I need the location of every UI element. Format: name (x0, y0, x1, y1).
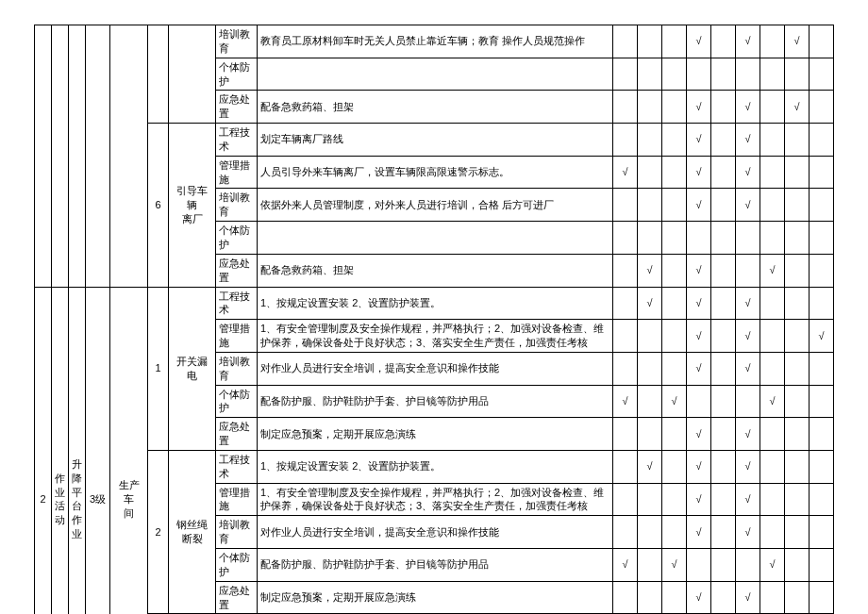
location: 生产 车间 (110, 287, 148, 614)
activity: 作业活动 (52, 287, 69, 614)
sub-name: 引导车 辆离厂 (169, 124, 216, 287)
sub-idx: 6 (148, 124, 169, 287)
seq: 2 (35, 287, 52, 614)
table-row: 6 引导车 辆离厂 工程技术划定车辆离厂路线 √√ (35, 124, 834, 157)
equip: 升降平台作业 (69, 287, 86, 614)
cell-v: 教育员工原材料卸车时无关人员禁止靠近车辆；教育 操作人员规范操作 (258, 25, 613, 58)
table-row: 2 作业活动 升降平台作业 3级 生产 车间 1 开关漏 电 工程技术1、按规定… (35, 287, 834, 320)
chk: √ (687, 25, 711, 58)
chk (760, 25, 785, 58)
table-row: 培训教育 教育员工原材料卸车时无关人员禁止靠近车辆；教育 操作人员规范操作 √ … (35, 25, 834, 58)
chk (662, 25, 687, 58)
chk (711, 25, 736, 58)
cell-k: 培训教育 (216, 25, 258, 58)
level: 3级 (86, 287, 110, 614)
risk-table: 培训教育 教育员工原材料卸车时无关人员禁止靠近车辆；教育 操作人员规范操作 √ … (34, 25, 834, 614)
chk (613, 25, 638, 58)
chk: √ (736, 25, 760, 58)
chk: √ (785, 25, 810, 58)
chk (810, 25, 834, 58)
chk (638, 25, 662, 58)
